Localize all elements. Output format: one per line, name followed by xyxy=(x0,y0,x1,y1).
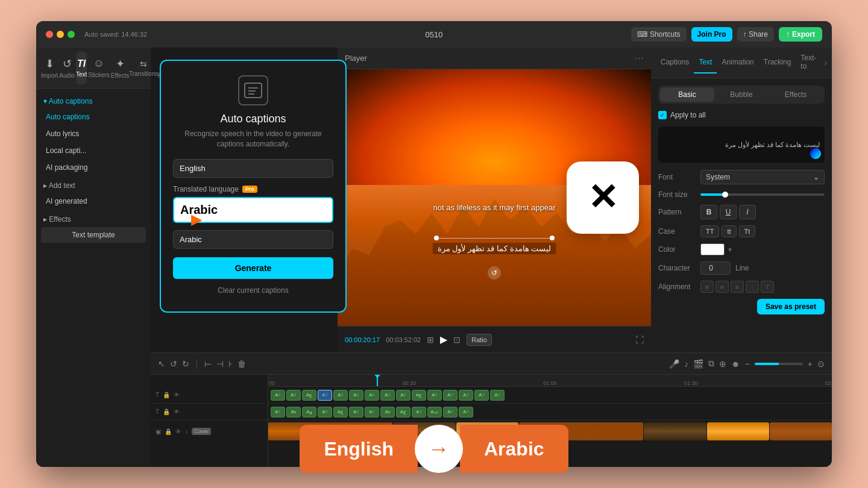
ratio-button[interactable]: Ratio xyxy=(467,334,492,346)
minimize-button[interactable] xyxy=(57,31,64,38)
shortcuts-button[interactable]: ⌨ Shortcuts xyxy=(631,27,687,42)
caption-clip[interactable]: A↑ xyxy=(286,390,301,401)
split-both-tool[interactable]: ⊦ xyxy=(228,359,233,369)
fit-icon[interactable]: ⊡ xyxy=(453,335,461,345)
redo-tool[interactable]: ↻ xyxy=(182,359,189,369)
caption-clip[interactable]: A↑ xyxy=(380,390,395,401)
caption-clip[interactable]: Aع xyxy=(396,407,410,418)
color-swatch[interactable] xyxy=(700,243,725,255)
video-lock-icon[interactable]: 🔒 xyxy=(165,428,172,435)
video-clip[interactable] xyxy=(519,422,643,440)
font-size-slider[interactable] xyxy=(700,193,825,196)
caption-clip[interactable]: A↑ xyxy=(490,390,505,401)
sidebar-item-ai-packaging[interactable]: AI packaging xyxy=(41,160,146,175)
undo-tool[interactable]: ↺ xyxy=(170,359,177,369)
caption-clip[interactable]: A↑ xyxy=(349,390,363,401)
play-button[interactable]: ▶ xyxy=(440,334,447,345)
audio-track-icon[interactable]: ♪ xyxy=(684,359,688,369)
caption-clip[interactable]: Av xyxy=(380,407,395,418)
join-pro-button[interactable]: Join Pro xyxy=(691,27,732,42)
tab-animation[interactable]: Animation xyxy=(717,52,758,74)
caption-handle-left[interactable] xyxy=(434,236,439,240)
share-button[interactable]: ↑ Share xyxy=(737,27,774,42)
caption-clip[interactable]: A↑ xyxy=(474,390,489,401)
zoom-slider[interactable] xyxy=(755,363,803,365)
video-clip[interactable] xyxy=(707,422,769,440)
fullscreen-button[interactable]: ⛶ xyxy=(635,335,644,345)
grid-view-icon[interactable]: ⊞ xyxy=(427,335,434,345)
plus-zoom-icon[interactable]: + xyxy=(808,359,813,369)
case-lowercase-button[interactable]: tt xyxy=(722,225,736,237)
apply-all-checkbox[interactable]: ✓ xyxy=(658,111,667,119)
sidebar-item-local-captions[interactable]: Local capti... xyxy=(41,143,146,158)
arabic-dropdown[interactable]: Arabic Chinese Japanese xyxy=(173,230,333,249)
align-top-button[interactable]: ⊤ xyxy=(761,281,774,293)
caption-clip[interactable]: Aث xyxy=(427,407,442,418)
lock-icon[interactable]: 🔒 xyxy=(163,392,170,398)
delete-tool[interactable]: 🗑 xyxy=(237,359,246,369)
tool-effects[interactable]: ✦ Effects xyxy=(111,52,129,84)
caption-clip[interactable]: A↑ xyxy=(459,407,473,418)
video-clip[interactable] xyxy=(644,422,706,440)
maximize-button[interactable] xyxy=(68,31,75,38)
minus-zoom-icon[interactable]: − xyxy=(745,359,750,369)
export-button[interactable]: ↑ Export xyxy=(779,27,822,42)
fit-timeline-icon[interactable]: ⊙ xyxy=(817,359,825,369)
underline-button[interactable]: U xyxy=(720,205,737,219)
video-clip[interactable] xyxy=(268,422,392,440)
caption-clip[interactable]: A↑ xyxy=(443,407,458,418)
align-justify-button[interactable]: ⋮ xyxy=(746,281,759,293)
clear-captions-button[interactable]: Clear current captions xyxy=(173,284,333,297)
video-track-icon[interactable]: 🎬 xyxy=(693,359,703,369)
picture-in-picture-icon[interactable]: ⧉ xyxy=(708,358,714,369)
cursor-tool[interactable]: ↖ xyxy=(158,359,165,369)
sidebar-effects-header[interactable]: ▸ Effects xyxy=(41,211,146,227)
caption-clip[interactable]: A↑ xyxy=(365,407,379,418)
italic-button[interactable]: I xyxy=(739,205,756,219)
video-clip[interactable] xyxy=(456,422,518,440)
tab-text[interactable]: Text xyxy=(694,52,717,74)
align-center-button[interactable]: ≡ xyxy=(715,281,729,293)
generate-button[interactable]: Generate xyxy=(173,257,333,279)
tool-text[interactable]: TI Text xyxy=(76,52,87,84)
tool-audio[interactable]: ↺ Audio xyxy=(59,52,75,84)
save-preset-button[interactable]: Save as preset xyxy=(757,299,825,314)
eye-icon[interactable]: 👁 xyxy=(174,392,180,398)
right-tab-more-icon[interactable]: › xyxy=(824,58,827,67)
case-tt-button[interactable]: TT xyxy=(700,225,719,237)
emoji-track-icon[interactable]: ☻ xyxy=(731,359,740,369)
video-eye-icon[interactable]: 👁 xyxy=(175,428,181,435)
caption-clip[interactable]: A↑ xyxy=(271,407,285,418)
sidebar-auto-captions-header[interactable]: ▾ Auto captions xyxy=(41,93,146,109)
eye-2-icon[interactable]: 👁 xyxy=(174,408,180,415)
split-tool[interactable]: ⊢ xyxy=(204,359,212,369)
sidebar-item-ai-generated[interactable]: AI generated xyxy=(41,193,146,209)
player-menu-icon[interactable]: ⋯ xyxy=(634,52,644,64)
sidebar-item-auto-captions[interactable]: Auto captions xyxy=(41,109,146,125)
close-button[interactable] xyxy=(46,31,53,38)
style-bubble[interactable]: Bubble xyxy=(714,87,769,102)
caption-clip[interactable]: A↑ xyxy=(427,390,442,401)
language-select[interactable]: English Spanish French Arabic xyxy=(173,159,333,178)
playhead[interactable] xyxy=(377,375,378,386)
video-clip[interactable] xyxy=(770,422,832,440)
style-basic[interactable]: Basic xyxy=(660,87,714,102)
caption-clip[interactable]: Aع xyxy=(302,390,316,401)
caption-clip[interactable]: A↑ xyxy=(396,390,410,401)
caption-clip[interactable]: A↑ xyxy=(412,407,426,418)
caption-clip[interactable]: A↑ xyxy=(349,407,363,418)
style-effects[interactable]: Effects xyxy=(769,87,823,102)
caption-clip[interactable]: A↑ xyxy=(333,390,348,401)
split-right-tool[interactable]: ⊣ xyxy=(216,359,224,369)
tab-captions[interactable]: Captions xyxy=(656,52,694,74)
sidebar-item-text-template[interactable]: Text template xyxy=(41,227,146,243)
mic-icon[interactable]: 🎤 xyxy=(669,359,679,369)
sidebar-item-auto-lyrics[interactable]: Auto lyrics xyxy=(41,126,146,142)
chevron-down-icon[interactable]: ▼ xyxy=(727,246,733,253)
align-left-button[interactable]: ≡ xyxy=(700,281,714,293)
video-audio-icon[interactable]: ♪ xyxy=(185,428,188,435)
caption-clip[interactable]: A↑ xyxy=(459,390,473,401)
caption-clip[interactable]: A↑ xyxy=(365,390,379,401)
tool-import[interactable]: ⬇ Import xyxy=(41,52,58,84)
tool-stickers[interactable]: ☺ Stickers xyxy=(88,52,110,84)
